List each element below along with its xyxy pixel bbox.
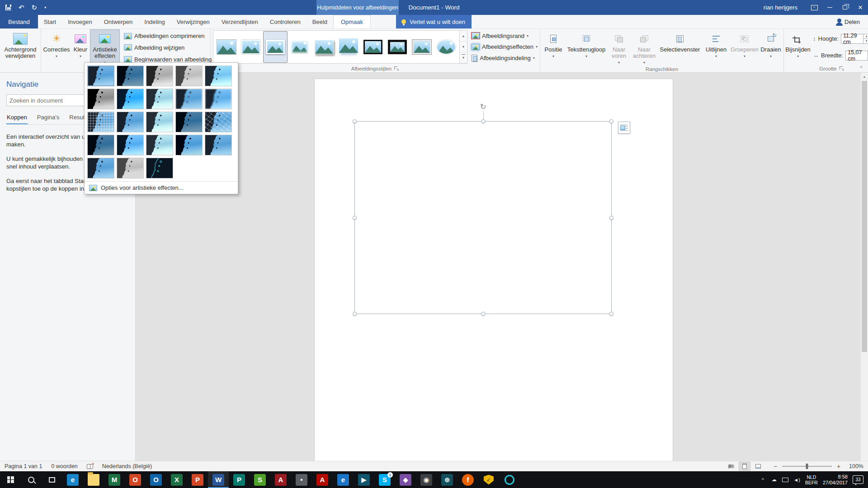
taskbar-slot-adobe-reader[interactable]: A bbox=[312, 471, 333, 488]
zoom-in-button[interactable]: + bbox=[835, 463, 842, 470]
change-picture-button[interactable]: Afbeelding wijzigen bbox=[122, 42, 208, 53]
taskbar-icon-publisher[interactable]: P bbox=[233, 474, 245, 486]
artistic-effect-thumb-normal[interactable] bbox=[205, 135, 232, 155]
artistic-effect-thumb-pale[interactable] bbox=[146, 112, 173, 132]
artistic-effects-options-item[interactable]: Opties voor artistieke effecten... bbox=[85, 181, 238, 194]
taskbar-slot-office[interactable]: O bbox=[125, 471, 146, 488]
ribbon-display-options-button[interactable]: ^ bbox=[807, 0, 822, 15]
nav-tab-pagina-s[interactable]: Pagina's bbox=[37, 113, 60, 124]
document-page[interactable]: ↻ bbox=[315, 79, 673, 461]
group-objects-button[interactable]: Groeperen ▾ bbox=[730, 29, 759, 66]
artistic-effect-thumb-sketch[interactable] bbox=[175, 66, 203, 86]
artistic-effect-thumb-bw[interactable] bbox=[87, 89, 114, 109]
taskbar-slot-media-player[interactable]: ▶ bbox=[354, 471, 374, 488]
ribbon-tab-ontwerpen[interactable]: Ontwerpen bbox=[98, 15, 139, 28]
tab-file[interactable]: Bestand bbox=[0, 15, 38, 28]
start-button[interactable] bbox=[0, 471, 21, 488]
gallery-scroll-up-button[interactable]: ▲ bbox=[460, 31, 467, 42]
picture-style-thumb-black[interactable] bbox=[361, 31, 385, 63]
send-backward-button[interactable]: Naar achteren ▾ bbox=[631, 29, 658, 66]
rotate-button[interactable]: Draaien ▾ bbox=[759, 29, 783, 66]
selection-handle-bottom-right[interactable] bbox=[609, 312, 613, 316]
share-button[interactable]: Delen bbox=[829, 15, 868, 28]
color-button[interactable]: Kleur ▾ bbox=[71, 29, 90, 66]
taskbar-slot-internet-globe[interactable]: ⊕ bbox=[437, 471, 458, 488]
page-indicator[interactable]: Pagina 1 van 1 bbox=[0, 463, 47, 469]
taskbar-slot-photos[interactable]: ◆ bbox=[395, 471, 416, 488]
taskbar-slot-ie[interactable]: e bbox=[333, 471, 354, 488]
undo-button[interactable]: ↶ bbox=[19, 4, 24, 11]
picture-selection[interactable]: ↻ bbox=[354, 121, 612, 314]
tray-cloud-icon[interactable]: ☁ bbox=[771, 477, 777, 483]
picture-style-thumb-plain[interactable] bbox=[214, 31, 239, 63]
word-count[interactable]: 0 woorden bbox=[47, 463, 82, 469]
taskbar-icon-camera[interactable]: ◉ bbox=[420, 474, 432, 486]
ribbon-tab-start[interactable]: Start bbox=[38, 15, 62, 28]
taskbar-icon-browser-ring[interactable] bbox=[505, 475, 514, 485]
proofing-status[interactable] bbox=[82, 464, 98, 469]
ribbon-tab-verzendlijsten[interactable]: Verzendlijsten bbox=[216, 15, 264, 28]
corrections-button[interactable]: ☀ Correcties ▾ bbox=[42, 29, 71, 66]
zoom-slider[interactable] bbox=[782, 466, 832, 467]
picture-style-thumb-reflection[interactable] bbox=[336, 31, 361, 63]
selection-handle-bottom-left[interactable] bbox=[353, 312, 357, 316]
selection-handle-top-right[interactable] bbox=[609, 119, 613, 123]
save-icon[interactable] bbox=[5, 5, 11, 10]
artistic-effect-thumb-dark[interactable] bbox=[175, 112, 203, 132]
taskbar-slot-shield[interactable]: ✓ bbox=[478, 471, 499, 488]
restore-button[interactable] bbox=[837, 0, 853, 15]
tray-display-icon[interactable] bbox=[782, 478, 788, 482]
selection-pane-button[interactable]: Selectievenster bbox=[658, 29, 702, 66]
picture-layout-button[interactable]: Afbeeldingsindeling ▾ bbox=[469, 53, 537, 64]
ribbon-tab-beeld[interactable]: Beeld bbox=[307, 15, 333, 28]
taskbar-icon-media-player[interactable]: ▶ bbox=[358, 474, 370, 486]
remove-background-button[interactable]: Achtergrond verwijderen bbox=[1, 29, 40, 65]
picture-border-button[interactable]: Afbeeldingsrand ▾ bbox=[469, 30, 537, 41]
task-view-button[interactable] bbox=[42, 471, 62, 488]
artistic-effect-thumb-blur[interactable] bbox=[175, 89, 203, 109]
artistic-effect-thumb-light[interactable] bbox=[205, 66, 232, 86]
height-input[interactable]: 11,29 cm ▲▼ bbox=[841, 34, 868, 44]
wrap-text-button[interactable]: Tekstterugloop ▾ bbox=[566, 29, 607, 66]
zoom-level[interactable]: 100% bbox=[845, 463, 863, 469]
close-button[interactable]: × bbox=[853, 0, 868, 15]
taskbar-icon-skype[interactable]: S 1 bbox=[379, 474, 391, 486]
zoom-slider-thumb[interactable] bbox=[806, 464, 808, 469]
taskbar-slot-file-explorer[interactable] bbox=[83, 471, 104, 488]
compress-pictures-button[interactable]: Afbeeldingen comprimeren bbox=[122, 31, 208, 42]
ribbon-tab-invoegen[interactable]: Invoegen bbox=[62, 15, 98, 28]
artistic-effect-thumb-blur2[interactable] bbox=[205, 89, 232, 109]
artistic-effect-thumb-dark[interactable] bbox=[87, 135, 114, 155]
picture-style-thumb-framed-selected[interactable] bbox=[263, 31, 288, 63]
artistic-effect-thumb-pale[interactable] bbox=[146, 135, 173, 155]
bring-forward-button[interactable]: Naar voren ▾ bbox=[607, 29, 631, 66]
keyboard-language-indicator[interactable]: NLD BEFR bbox=[805, 474, 818, 485]
selection-handle-top-left[interactable] bbox=[353, 119, 357, 123]
ribbon-tab-indeling[interactable]: Indeling bbox=[138, 15, 171, 28]
taskbar-search-button[interactable] bbox=[21, 471, 42, 488]
view-web-layout-button[interactable] bbox=[752, 462, 764, 471]
taskbar-slot-powerpoint[interactable]: P bbox=[187, 471, 208, 488]
taskbar-slot-excel[interactable]: X bbox=[166, 471, 187, 488]
picture-style-thumb-oval[interactable] bbox=[434, 31, 458, 63]
view-print-layout-button[interactable] bbox=[739, 462, 750, 471]
height-steppers[interactable]: ▲▼ bbox=[863, 34, 868, 43]
width-input[interactable]: 15,07 cm ▲▼ bbox=[845, 51, 868, 61]
crop-button[interactable]: Bijsnijden ▾ bbox=[785, 29, 811, 65]
taskbar-icon-money[interactable]: M bbox=[108, 474, 120, 486]
taskbar-slot-skype[interactable]: S 1 bbox=[374, 471, 395, 488]
layout-options-button[interactable] bbox=[618, 122, 630, 134]
gallery-scroll-down-button[interactable]: ▼ bbox=[460, 42, 467, 52]
taskbar-slot-access[interactable]: A bbox=[270, 471, 291, 488]
taskbar-slot-mouse-settings[interactable]: • bbox=[291, 471, 312, 488]
taskbar-icon-office[interactable]: O bbox=[129, 474, 141, 486]
taskbar-icon-internet-globe[interactable]: ⊕ bbox=[441, 474, 453, 486]
vertical-scrollbar[interactable]: ▲ bbox=[860, 73, 868, 461]
taskbar-slot-firefox[interactable]: f bbox=[458, 471, 478, 488]
taskbar-slot-skype-business[interactable]: S bbox=[250, 471, 270, 488]
qat-customize-button[interactable]: ▾ bbox=[44, 6, 46, 9]
gallery-more-button[interactable]: ▼ bbox=[460, 52, 467, 63]
dialog-launcher-size[interactable] bbox=[839, 66, 844, 71]
artistic-effect-thumb-texture[interactable] bbox=[117, 135, 144, 155]
artistic-effect-thumb-neon[interactable] bbox=[146, 158, 173, 178]
